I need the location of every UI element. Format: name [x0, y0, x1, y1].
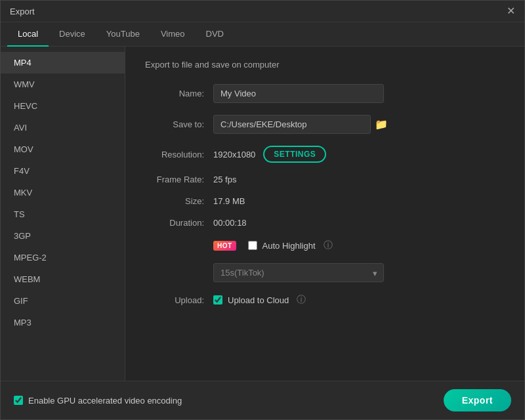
auto-highlight-info-icon[interactable]: ⓘ	[324, 240, 333, 251]
sidebar-item-f4v[interactable]: F4V	[1, 160, 125, 182]
tab-youtube[interactable]: YouTube	[96, 22, 150, 47]
export-window: Export ✕ Local Device YouTube Vimeo DVD …	[0, 0, 525, 420]
gpu-checkbox[interactable]	[14, 396, 23, 405]
size-row: Size: 17.9 MB	[145, 196, 505, 206]
resolution-row: Resolution: 1920x1080 SETTINGS	[145, 146, 505, 163]
sidebar-item-mkv[interactable]: MKV	[1, 182, 125, 203]
upload-cloud-info-icon[interactable]: ⓘ	[297, 294, 306, 306]
auto-highlight-row: HOT Auto Highlight ⓘ	[145, 240, 505, 251]
tiktok-dropdown[interactable]: 15s(TikTok)	[213, 263, 384, 282]
upload-checkbox-row: Upload to Cloud ⓘ	[213, 294, 306, 306]
sidebar-item-gif[interactable]: GIF	[1, 290, 125, 312]
sidebar-item-ts[interactable]: TS	[1, 203, 125, 225]
gpu-row: Enable GPU accelerated video encoding	[14, 396, 182, 406]
settings-button[interactable]: SETTINGS	[263, 146, 326, 163]
sidebar-item-wmv[interactable]: WMV	[1, 74, 125, 95]
bottom-bar: Enable GPU accelerated video encoding Ex…	[1, 381, 524, 419]
duration-value: 00:00:18	[213, 218, 247, 228]
size-label: Size:	[145, 196, 204, 206]
close-button[interactable]: ✕	[507, 6, 515, 16]
upload-cloud-label[interactable]: Upload to Cloud	[228, 295, 289, 305]
sidebar-item-mp4[interactable]: MP4	[1, 52, 125, 74]
sidebar-item-mov[interactable]: MOV	[1, 138, 125, 160]
frame-rate-label: Frame Rate:	[145, 175, 204, 184]
upload-row: Upload: Upload to Cloud ⓘ	[145, 294, 505, 306]
frame-rate-value: 25 fps	[213, 175, 236, 184]
resolution-value-row: 1920x1080 SETTINGS	[213, 146, 326, 163]
export-description: Export to file and save on computer	[145, 60, 505, 70]
duration-row: Duration: 00:00:18	[145, 218, 505, 228]
tab-bar: Local Device YouTube Vimeo DVD	[1, 22, 524, 47]
auto-highlight-checkbox-row: HOT Auto Highlight ⓘ	[213, 240, 333, 251]
sidebar-item-hevc[interactable]: HEVC	[1, 95, 125, 117]
folder-icon[interactable]: 📁	[375, 118, 388, 131]
name-row: Name:	[145, 84, 505, 103]
tab-dvd[interactable]: DVD	[196, 22, 234, 47]
tab-device[interactable]: Device	[49, 22, 96, 47]
upload-label: Upload:	[145, 295, 204, 305]
tiktok-dropdown-wrapper: 15s(TikTok)	[213, 263, 384, 282]
export-button[interactable]: Export	[444, 389, 511, 411]
size-value: 17.9 MB	[213, 196, 245, 206]
tab-vimeo[interactable]: Vimeo	[150, 22, 196, 47]
auto-highlight-checkbox[interactable]	[248, 241, 257, 250]
resolution-value: 1920x1080	[213, 150, 255, 159]
tab-local[interactable]: Local	[7, 22, 49, 47]
sidebar: MP4 WMV HEVC AVI MOV F4V MKV TS 3GP MPEG…	[1, 47, 125, 381]
save-to-label: Save to:	[145, 119, 204, 129]
frame-rate-row: Frame Rate: 25 fps	[145, 175, 505, 184]
sidebar-item-avi[interactable]: AVI	[1, 117, 125, 138]
save-to-row: Save to: 📁	[145, 115, 505, 134]
sidebar-item-3gp[interactable]: 3GP	[1, 225, 125, 247]
tiktok-dropdown-row: 15s(TikTok)	[213, 263, 505, 282]
path-row: 📁	[213, 115, 388, 134]
title-bar: Export ✕	[1, 1, 524, 22]
sidebar-item-mpeg2[interactable]: MPEG-2	[1, 247, 125, 268]
duration-label: Duration:	[145, 218, 204, 228]
sidebar-item-webm[interactable]: WEBM	[1, 268, 125, 290]
path-input[interactable]	[213, 115, 371, 134]
name-label: Name:	[145, 89, 204, 98]
hot-badge: HOT	[213, 241, 236, 251]
content-area: MP4 WMV HEVC AVI MOV F4V MKV TS 3GP MPEG…	[1, 47, 524, 381]
main-panel: Export to file and save on computer Name…	[125, 47, 524, 381]
gpu-label[interactable]: Enable GPU accelerated video encoding	[28, 396, 182, 406]
window-title: Export	[10, 7, 35, 16]
auto-highlight-label[interactable]: Auto Highlight	[262, 241, 316, 251]
sidebar-item-mp3[interactable]: MP3	[1, 312, 125, 333]
upload-cloud-checkbox[interactable]	[213, 295, 222, 304]
resolution-label: Resolution:	[145, 150, 204, 159]
name-input[interactable]	[213, 84, 384, 103]
